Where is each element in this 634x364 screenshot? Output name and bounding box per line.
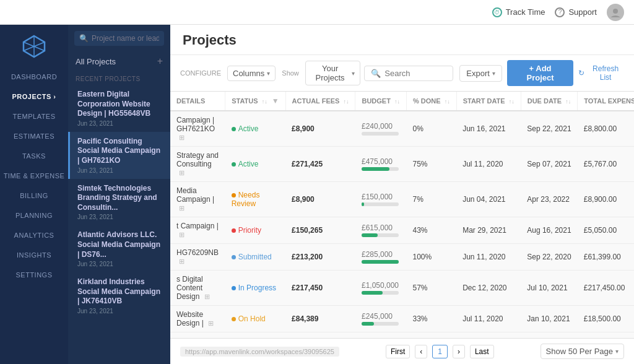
status-badge: Active <box>232 160 259 168</box>
track-time-label: Track Time <box>506 7 545 17</box>
all-projects-row[interactable]: All Projects + <box>68 52 170 71</box>
list-item[interactable]: Eastern Digital Corporation Website Desi… <box>68 85 170 132</box>
table-header-row: DETAILS STATUS ↑↓ ▼ ACTUAL FEES ↑↓ BUDGE… <box>170 92 634 111</box>
columns-dropdown[interactable]: Columns ▾ <box>227 66 276 81</box>
table-row[interactable]: Strategy and Consulting ⊞ Active £271,42… <box>170 147 634 182</box>
cell-pct-done: 43% <box>406 217 456 244</box>
sidebar-item-tasks[interactable]: Tasks <box>0 146 68 166</box>
cell-total-expenses: £5,050.00 <box>578 217 634 244</box>
sidebar-item-settings[interactable]: Settings <box>0 265 68 285</box>
col-status[interactable]: STATUS ↑↓ ▼ <box>225 92 285 111</box>
add-project-button[interactable]: + Add Project <box>507 60 573 86</box>
cell-details: Media Campaign | ⊞ <box>170 182 225 217</box>
project-date: Jun 23, 2021 <box>77 120 163 127</box>
cell-due-date: Jan 10, 2021 <box>521 306 577 332</box>
sidebar-item-templates[interactable]: Templates <box>0 106 68 126</box>
table-row[interactable]: Media Campaign | ⊞ Needs Review £8,900£1… <box>170 182 634 217</box>
svg-point-0 <box>613 9 618 14</box>
project-date: Jun 23, 2021 <box>77 261 163 267</box>
cell-budget: £475,000 <box>355 147 407 182</box>
cell-actual-fees: £271,425 <box>285 147 355 182</box>
details-icon[interactable]: ⊞ <box>179 231 185 238</box>
sidebar: Dashboard Projects › Templates Estimates… <box>0 25 68 364</box>
progress-bar <box>362 202 399 206</box>
table-row[interactable]: s Digital Content Design ⊞ In Progress £… <box>170 271 634 306</box>
col-start-date[interactable]: START DATE ↑↓ <box>456 92 521 111</box>
project-search-input[interactable] <box>92 34 159 43</box>
progress-fill <box>362 202 364 206</box>
next-page-button[interactable]: › <box>453 345 465 358</box>
progress-bar <box>362 291 399 295</box>
cell-status: Submitted <box>225 244 285 271</box>
cell-start-date: Jun 16, 2021 <box>456 111 521 147</box>
add-project-icon[interactable]: + <box>157 56 163 67</box>
table-row[interactable]: Website Design | ⊞ On Hold £84,389£245,0… <box>170 306 634 332</box>
details-icon[interactable]: ⊞ <box>179 169 185 176</box>
list-item[interactable]: Atlantic Advisors LLC. Social Media Camp… <box>68 225 170 272</box>
table-row[interactable]: t Campaign | ⊞ Priority £150,265£615,000… <box>170 217 634 244</box>
sidebar-item-planning[interactable]: Planning <box>0 206 68 225</box>
search-icon: 🔍 <box>371 69 381 78</box>
budget-value: £1,050,000 <box>362 281 399 290</box>
actual-fees-value: £213,200 <box>292 253 323 261</box>
budget-value: £245,000 <box>362 312 393 321</box>
table-row[interactable]: HG76209NB ⊞ Submitted £213,200£285,000 1… <box>170 244 634 271</box>
sidebar-item-time-expense[interactable]: Time & Expense <box>0 166 68 186</box>
table-row[interactable]: rategy | HG77654BII ⊞ Active £441,630£43… <box>170 332 634 339</box>
project-date: Jun 23, 2021 <box>77 167 163 174</box>
progress-bar <box>362 233 399 237</box>
per-page-dropdown[interactable]: Show 50 Per Page ▾ <box>541 344 624 359</box>
list-item[interactable]: Kirkland Industries Social Media Campaig… <box>68 272 170 319</box>
sidebar-item-analytics[interactable]: Analytics <box>0 225 68 245</box>
your-projects-dropdown[interactable]: Your Projects ▾ <box>305 61 361 85</box>
details-icon[interactable]: ⊞ <box>204 293 210 300</box>
progress-fill <box>362 291 383 295</box>
export-button[interactable]: Export ▾ <box>459 65 502 82</box>
prev-page-button[interactable]: ‹ <box>415 345 427 358</box>
cell-status: On Hold <box>225 306 285 332</box>
sidebar-item-projects[interactable]: Projects › <box>0 87 68 106</box>
topbar-actions: ⏱ Track Time ? Support <box>492 4 624 21</box>
col-total-expenses[interactable]: TOTAL EXPENSES <box>578 92 634 111</box>
sidebar-item-billing[interactable]: Billing <box>0 186 68 206</box>
budget-value: £240,000 <box>362 122 393 131</box>
col-due-date[interactable]: DUE DATE ↑↓ <box>521 92 577 111</box>
search-icon: 🔍 <box>79 34 89 43</box>
col-budget[interactable]: BUDGET ↑↓ <box>355 92 407 111</box>
col-pct-done[interactable]: % DONE ↑↓ <box>406 92 456 111</box>
add-project-label: + Add Project <box>516 64 565 82</box>
project-search-bar[interactable]: 🔍 <box>74 31 164 46</box>
sidebar-item-dashboard[interactable]: Dashboard <box>0 67 68 87</box>
progress-fill <box>362 167 389 171</box>
cell-status: Priority <box>225 217 285 244</box>
col-details[interactable]: DETAILS <box>170 92 225 111</box>
last-page-button[interactable]: Last <box>470 345 494 358</box>
details-icon[interactable]: ⊞ <box>179 258 185 265</box>
sidebar-item-estimates[interactable]: Estimates <box>0 126 68 146</box>
logo[interactable] <box>19 31 50 62</box>
col-actual-fees[interactable]: ACTUAL FEES ↑↓ <box>285 92 355 111</box>
details-icon[interactable]: ⊞ <box>179 204 185 212</box>
sidebar-item-insights[interactable]: Insights <box>0 245 68 265</box>
avatar[interactable] <box>607 4 624 21</box>
search-bar[interactable]: 🔍 <box>364 66 453 81</box>
cell-actual-fees: £84,389 <box>285 306 355 332</box>
chevron-down-icon: ▾ <box>615 348 619 355</box>
table-row[interactable]: Campaign | GH7621KO ⊞ Active £8,900£240,… <box>170 111 634 147</box>
budget-value: £475,000 <box>362 157 393 166</box>
cell-details: s Digital Content Design ⊞ <box>170 271 225 306</box>
cell-budget: £430,000 <box>355 332 407 339</box>
cell-pct-done: 100% <box>406 244 456 271</box>
list-item[interactable]: Simtek Technologies Branding Strategy an… <box>68 179 170 226</box>
list-item[interactable]: Pacific Consulting Social Media Campaign… <box>68 132 170 179</box>
configure-label: Configure <box>180 69 221 77</box>
support-button[interactable]: ? Support <box>555 7 597 17</box>
refresh-button[interactable]: ↻ Refresh List <box>578 64 624 82</box>
details-icon[interactable]: ⊞ <box>179 134 185 141</box>
cell-total-expenses: £18,500.00 <box>578 306 634 332</box>
first-page-button[interactable]: First <box>386 345 410 358</box>
search-input[interactable] <box>384 69 446 78</box>
details-icon[interactable]: ⊞ <box>208 319 214 327</box>
track-time-button[interactable]: ⏱ Track Time <box>492 7 545 17</box>
projects-table: DETAILS STATUS ↑↓ ▼ ACTUAL FEES ↑↓ BUDGE… <box>170 92 634 338</box>
